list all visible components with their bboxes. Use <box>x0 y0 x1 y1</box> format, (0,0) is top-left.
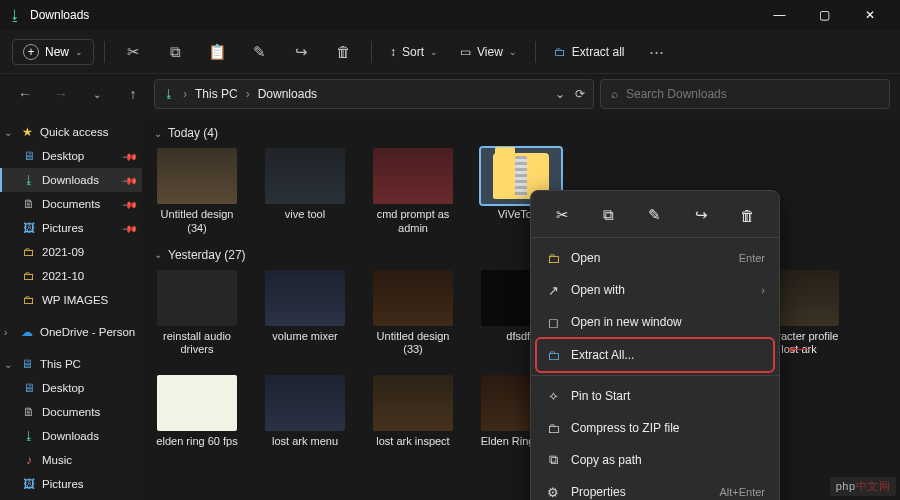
file-item[interactable]: reinstall audio drivers <box>154 270 240 358</box>
rename-button[interactable]: ✎ <box>241 36 277 68</box>
ctx-open-new-window[interactable]: ◻Open in new window <box>531 306 779 338</box>
delete-button[interactable]: 🗑 <box>325 36 361 68</box>
sidebar-item-2021-09[interactable]: 🗀2021-09 <box>0 240 142 264</box>
ctx-label: Copy as path <box>571 453 642 467</box>
extract-all-toolbar-button[interactable]: 🗀 Extract all <box>546 45 633 59</box>
extract-icon: 🗀 <box>545 348 561 363</box>
sort-icon: ↕ <box>390 45 396 59</box>
downloads-icon: ⭳ <box>8 7 22 23</box>
chevron-right-icon: › <box>761 284 765 296</box>
file-label: lost ark menu <box>272 435 338 449</box>
window-title: Downloads <box>30 8 89 22</box>
annotation-arrow: ← <box>781 336 816 362</box>
ctx-pin-start[interactable]: ✧Pin to Start <box>531 380 779 412</box>
pin-icon: 📌 <box>122 148 138 164</box>
close-button[interactable]: ✕ <box>847 0 892 30</box>
extract-icon: 🗀 <box>554 45 566 59</box>
chevron-right-icon: › <box>183 87 187 101</box>
file-item[interactable]: Untitled design (33) <box>370 270 456 358</box>
sidebar-label: Downloads <box>42 430 99 442</box>
view-button[interactable]: ▭ View ⌄ <box>452 45 525 59</box>
sidebar-label: This PC <box>40 358 81 370</box>
ctx-extract-all[interactable]: 🗀Extract All... <box>537 339 773 371</box>
sidebar-item-2021-10[interactable]: 🗀2021-10 <box>0 264 142 288</box>
file-item[interactable]: cmd prompt as admin <box>370 148 456 236</box>
ctx-properties[interactable]: ⚙PropertiesAlt+Enter <box>531 476 779 500</box>
file-label: Untitled design (33) <box>370 330 456 358</box>
breadcrumb-bar[interactable]: ⭳ › This PC › Downloads ⌄ ⟳ <box>154 79 594 109</box>
ctx-copy-path[interactable]: ⧉Copy as path <box>531 444 779 476</box>
onedrive-group[interactable]: ›☁OneDrive - Person <box>0 320 142 344</box>
search-input[interactable] <box>626 87 879 101</box>
ctx-label: Properties <box>571 485 626 499</box>
sidebar-item-downloads[interactable]: ⭳Downloads📌 <box>0 168 142 192</box>
view-label: View <box>477 45 503 59</box>
sidebar-label: OneDrive - Person <box>40 326 135 338</box>
delete-button[interactable]: 🗑 <box>732 201 764 229</box>
sidebar-item-pictures[interactable]: 🖼Pictures📌 <box>0 216 142 240</box>
ctx-label: Open with <box>571 283 625 297</box>
sidebar-item-pc-documents[interactable]: 🗎Documents <box>0 400 142 424</box>
view-icon: ▭ <box>460 45 471 59</box>
share-button[interactable]: ↪ <box>283 36 319 68</box>
sidebar-label: Quick access <box>40 126 108 138</box>
maximize-button[interactable]: ▢ <box>802 0 847 30</box>
sidebar-item-pc-pictures[interactable]: 🖼Pictures <box>0 472 142 496</box>
file-item[interactable]: lost ark menu <box>262 375 348 449</box>
chevron-down-icon: ⌄ <box>75 47 83 57</box>
sidebar-label: Desktop <box>42 150 84 162</box>
breadcrumb-root[interactable]: This PC <box>195 87 238 101</box>
file-item[interactable]: Untitled design (34) <box>154 148 240 236</box>
file-item[interactable]: elden ring 60 fps <box>154 375 240 449</box>
title-bar: ⭳ Downloads — ▢ ✕ <box>0 0 900 30</box>
ctx-open[interactable]: 🗀OpenEnter <box>531 242 779 274</box>
sidebar-item-desktop[interactable]: 🖥Desktop📌 <box>0 144 142 168</box>
this-pc-group[interactable]: ⌄🖥This PC <box>0 352 142 376</box>
cut-button[interactable]: ✂ <box>546 201 578 229</box>
copy-button[interactable]: ⧉ <box>157 36 193 68</box>
ctx-open-with[interactable]: ↗Open with› <box>531 274 779 306</box>
pin-icon: 📌 <box>122 172 138 188</box>
sidebar-item-pc-downloads[interactable]: ⭳Downloads <box>0 424 142 448</box>
file-item[interactable]: volume mixer <box>262 270 348 358</box>
more-button[interactable]: ⋯ <box>639 36 675 68</box>
new-label: New <box>45 45 69 59</box>
ctx-compress[interactable]: 🗀Compress to ZIP file <box>531 412 779 444</box>
back-button[interactable]: ← <box>10 79 40 109</box>
copy-button[interactable]: ⧉ <box>593 201 625 229</box>
quick-access-group[interactable]: ⌄★Quick access <box>0 120 142 144</box>
paste-button[interactable]: 📋 <box>199 36 235 68</box>
file-item[interactable]: lost ark inspect <box>370 375 456 449</box>
new-button[interactable]: + New ⌄ <box>12 39 94 65</box>
file-item[interactable]: vive tool <box>262 148 348 236</box>
rename-button[interactable]: ✎ <box>639 201 671 229</box>
ctx-label: Pin to Start <box>571 389 630 403</box>
ctx-label: Compress to ZIP file <box>571 421 679 435</box>
pin-icon: 📌 <box>122 220 138 236</box>
search-box[interactable]: ⌕ <box>600 79 890 109</box>
minimize-button[interactable]: — <box>757 0 802 30</box>
breadcrumb-folder[interactable]: Downloads <box>258 87 317 101</box>
chevron-down-icon[interactable]: ⌄ <box>555 87 565 101</box>
context-icon-row: ✂ ⧉ ✎ ↪ 🗑 <box>531 197 779 238</box>
cut-button[interactable]: ✂ <box>115 36 151 68</box>
recent-button[interactable]: ⌄ <box>82 79 112 109</box>
up-button[interactable]: ↑ <box>118 79 148 109</box>
sidebar-item-pc-music[interactable]: ♪Music <box>0 448 142 472</box>
sort-button[interactable]: ↕ Sort ⌄ <box>382 45 446 59</box>
sidebar-label: Pictures <box>42 478 84 490</box>
sidebar-item-pc-desktop[interactable]: 🖥Desktop <box>0 376 142 400</box>
file-label: Untitled design (34) <box>154 208 240 236</box>
ctx-label: Open <box>571 251 600 265</box>
ctx-label: Extract All... <box>571 348 634 362</box>
extract-all-label: Extract all <box>572 45 625 59</box>
ctx-label: Open in new window <box>571 315 682 329</box>
forward-button[interactable]: → <box>46 79 76 109</box>
group-today[interactable]: ⌄Today (4) <box>154 126 888 140</box>
share-button[interactable]: ↪ <box>685 201 717 229</box>
sidebar-item-documents[interactable]: 🗎Documents📌 <box>0 192 142 216</box>
downloads-icon: ⭳ <box>163 87 175 101</box>
file-label: elden ring 60 fps <box>156 435 237 449</box>
sidebar-item-wp-images[interactable]: 🗀WP IMAGES <box>0 288 142 312</box>
refresh-button[interactable]: ⟳ <box>575 87 585 101</box>
